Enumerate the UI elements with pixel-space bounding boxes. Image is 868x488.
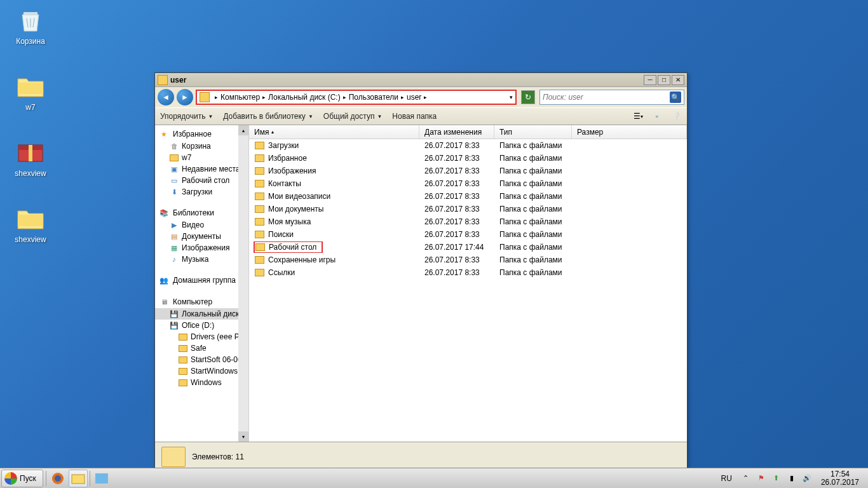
sidebar-item[interactable]: 💾Локальный диск (: [155, 308, 248, 320]
action-center-icon[interactable]: ⚑: [756, 473, 766, 484]
sidebar-item[interactable]: ▤Документы: [155, 231, 248, 242]
chevron-right-icon[interactable]: ▸: [262, 94, 266, 100]
new-folder-button[interactable]: Новая папка: [392, 112, 437, 121]
view-options-button[interactable]: ☰▾: [632, 111, 644, 122]
column-header-type[interactable]: Тип: [494, 125, 572, 139]
column-header-date[interactable]: Дата изменения: [419, 125, 494, 139]
desktop-icon-shexview-2[interactable]: shexview: [6, 203, 55, 244]
sidebar-item[interactable]: Windows: [155, 377, 248, 388]
file-row[interactable]: Загрузки26.07.2017 8:33Папка с файлами: [249, 139, 687, 152]
sidebar-item[interactable]: Safe: [155, 342, 248, 354]
chevron-right-icon[interactable]: ▸: [343, 94, 346, 100]
breadcrumb-item[interactable]: Пользователи: [349, 93, 398, 102]
desktop-icon: ▭: [169, 175, 179, 186]
folder-icon: [200, 92, 210, 102]
folder-icon: [254, 217, 264, 227]
file-row[interactable]: Моя музыка26.07.2017 8:33Папка с файлами: [249, 215, 687, 228]
folder-icon: [178, 343, 188, 353]
start-button[interactable]: Пуск: [1, 470, 43, 487]
preview-pane-button[interactable]: ▫: [651, 111, 663, 122]
refresh-button[interactable]: ↻: [521, 90, 535, 104]
address-bar[interactable]: ▸ Компьютер ▸ Локальный диск (C:) ▸ Поль…: [196, 90, 517, 105]
taskbar-explorer[interactable]: [69, 470, 88, 487]
file-row[interactable]: Избранное26.07.2017 8:33Папка с файлами: [249, 152, 687, 165]
clock[interactable]: 17:54 26.07.2017: [817, 470, 863, 487]
maximize-button[interactable]: □: [658, 75, 670, 85]
computer-icon: 🖥: [159, 297, 169, 307]
chevron-right-icon[interactable]: ▸: [215, 94, 218, 100]
titlebar[interactable]: user ─ □ ✕: [155, 73, 687, 87]
organize-button[interactable]: Упорядочить▼: [160, 112, 213, 121]
add-to-library-button[interactable]: Добавить в библиотеку▼: [223, 112, 313, 121]
sidebar-computer-header[interactable]: 🖥Компьютер: [155, 295, 248, 308]
desktop-icon-shexview-1[interactable]: shexview: [6, 137, 55, 178]
desktop-icon-w7[interactable]: w7: [6, 71, 55, 112]
language-indicator[interactable]: RU: [717, 474, 736, 483]
folder-icon: [254, 179, 264, 189]
file-row[interactable]: Мои видеозаписи26.07.2017 8:33Папка с фа…: [249, 190, 687, 203]
sidebar-item[interactable]: ⬇Загрузки: [155, 186, 248, 198]
address-dropdown[interactable]: ▾: [506, 94, 515, 100]
chevron-up-icon[interactable]: ⌃: [741, 473, 751, 484]
column-header-size[interactable]: Размер: [572, 125, 687, 139]
help-button[interactable]: ❔: [670, 111, 682, 122]
recycle-icon: 🗑: [169, 141, 179, 151]
sidebar-item[interactable]: ▶Видео: [155, 219, 248, 231]
sidebar-item[interactable]: Drivers (eee PC: [155, 331, 248, 342]
sidebar-scrollbar[interactable]: ▴ ▾: [238, 125, 248, 442]
folder-icon: [161, 447, 186, 467]
scroll-down-icon[interactable]: ▾: [238, 431, 248, 442]
folder-icon: [255, 242, 265, 252]
file-row[interactable]: Мои документы26.07.2017 8:33Папка с файл…: [249, 203, 687, 215]
search-input[interactable]: [543, 93, 670, 102]
sidebar-item[interactable]: w7: [155, 152, 248, 163]
volume-icon[interactable]: 🔊: [802, 473, 812, 484]
folder-icon: [254, 166, 264, 176]
sidebar-homegroup-header[interactable]: 👥Домашняя группа: [155, 274, 248, 287]
svg-rect-5: [72, 475, 85, 484]
file-row[interactable]: Ссылки26.07.2017 8:33Папка с файлами: [249, 266, 687, 279]
search-icon[interactable]: 🔍: [670, 92, 681, 103]
scroll-up-icon[interactable]: ▴: [238, 125, 248, 135]
sidebar-item[interactable]: ▣Недавние места: [155, 163, 248, 175]
sidebar-item[interactable]: StartSoft 06-06-: [155, 354, 248, 365]
file-row[interactable]: Изображения26.07.2017 8:33Папка с файлам…: [249, 165, 687, 177]
folder-icon: [169, 152, 179, 163]
folder-icon: [158, 75, 168, 85]
sidebar-item[interactable]: 🗑Корзина: [155, 140, 248, 152]
network-icon[interactable]: ▮: [787, 473, 797, 484]
breadcrumb-item[interactable]: user: [407, 93, 421, 102]
chevron-right-icon[interactable]: ▸: [424, 94, 427, 100]
desktop-icon-recycle[interactable]: Корзина: [6, 5, 55, 46]
usb-icon[interactable]: ⬆: [771, 473, 782, 484]
sidebar-libraries-header[interactable]: 📚Библиотеки: [155, 207, 248, 219]
window-title: user: [170, 76, 644, 85]
chevron-right-icon[interactable]: ▸: [401, 94, 404, 100]
folder-icon: [254, 153, 264, 163]
sidebar-item[interactable]: 💾Ofice (D:): [155, 320, 248, 331]
folder-icon: [254, 191, 264, 201]
column-header-name[interactable]: Имя▴: [249, 125, 419, 139]
sidebar-item[interactable]: ♪Музыка: [155, 254, 248, 265]
file-row[interactable]: Рабочий стол26.07.2017 17:44Папка с файл…: [249, 241, 687, 254]
sidebar-item[interactable]: ▭Рабочий стол: [155, 175, 248, 186]
archive-icon: [15, 137, 46, 168]
share-button[interactable]: Общий доступ▼: [323, 112, 383, 121]
video-icon: ▶: [169, 220, 179, 230]
forward-button[interactable]: ►: [177, 89, 193, 105]
breadcrumb-item[interactable]: Локальный диск (C:): [268, 93, 341, 102]
back-button[interactable]: ◄: [158, 89, 174, 105]
file-row[interactable]: Поиски26.07.2017 8:33Папка с файлами: [249, 228, 687, 241]
sidebar-favorites-header[interactable]: ★Избранное: [155, 128, 248, 140]
search-box[interactable]: 🔍: [539, 90, 684, 105]
file-row[interactable]: Контакты26.07.2017 8:33Папка с файлами: [249, 177, 687, 190]
taskbar-firefox[interactable]: [48, 470, 67, 487]
sidebar-item[interactable]: ▦Изображения: [155, 242, 248, 254]
close-button[interactable]: ✕: [672, 75, 684, 85]
breadcrumb-item[interactable]: Компьютер: [220, 93, 260, 102]
sidebar-item[interactable]: StartWindows: [155, 365, 248, 377]
folder-icon: [254, 268, 264, 278]
taskbar-app[interactable]: [92, 470, 111, 487]
minimize-button[interactable]: ─: [644, 75, 656, 85]
file-row[interactable]: Сохраненные игры26.07.2017 8:33Папка с ф…: [249, 254, 687, 266]
